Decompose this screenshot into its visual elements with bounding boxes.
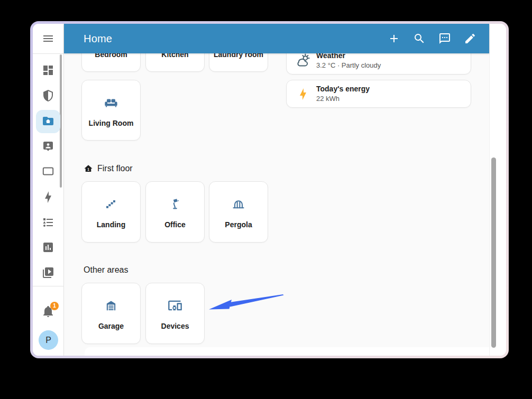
notification-badge: 1: [50, 302, 59, 310]
assist-chat-icon: [438, 32, 451, 45]
sidebar-item-energy[interactable]: [36, 186, 60, 209]
partly-cloudy-icon: [295, 53, 311, 69]
shield-security-icon: [42, 89, 54, 104]
weather-title: Weather: [316, 53, 381, 60]
sidebar-item-people[interactable]: [36, 135, 60, 159]
app-window: 1 P Home: [30, 21, 509, 358]
notifications-button[interactable]: 1: [36, 300, 60, 323]
stairs-icon: [103, 197, 120, 211]
tablet-devices-icon: [42, 165, 54, 179]
sidebar-item-media[interactable]: [36, 262, 60, 285]
hamburger-menu-icon[interactable]: [36, 27, 60, 50]
history-chart-icon: [42, 241, 54, 255]
sidebar-item-history[interactable]: [36, 236, 60, 259]
media-library-icon: [42, 266, 54, 281]
sidebar-item-devices[interactable]: [36, 160, 60, 183]
assist-button[interactable]: [438, 32, 451, 45]
view-dashboard-icon: [42, 64, 54, 78]
todo-list-icon: [42, 216, 54, 230]
home-floor-1-icon: 1: [84, 164, 93, 173]
lightning-bolt-icon: [295, 86, 311, 102]
devices-icon: [167, 298, 184, 313]
sidebar: 1 P: [33, 24, 64, 356]
page-title: Home: [84, 33, 388, 45]
search-icon: [413, 32, 426, 45]
section-heading-other-areas: Other areas: [84, 264, 128, 276]
sidebar-item-dashboards[interactable]: [36, 59, 60, 82]
main-area: Home: [64, 24, 506, 356]
energy-title: Today's energy: [316, 85, 370, 94]
sidebar-divider: [33, 53, 63, 54]
room-card-landing[interactable]: Landing: [81, 181, 141, 243]
sidebar-item-todo-lists[interactable]: [36, 211, 60, 235]
room-card-bedroom[interactable]: Bedroom: [81, 53, 141, 72]
sofa-icon: [103, 95, 120, 110]
bell-icon: 1: [42, 305, 54, 319]
weather-card[interactable]: Weather 3.2 °C · Partly cloudy: [286, 53, 471, 75]
sidebar-item-security[interactable]: [36, 85, 60, 108]
energy-card[interactable]: Today's energy 22 kWh: [286, 80, 471, 108]
room-card-garage[interactable]: Garage: [81, 283, 141, 344]
energy-value: 22 kWh: [316, 95, 370, 103]
pergola-dome-icon: [230, 197, 247, 211]
room-card-office[interactable]: Office: [145, 181, 205, 243]
garage-icon: [103, 298, 120, 313]
lightning-energy-icon: [42, 191, 54, 205]
app-header: Home: [64, 24, 489, 53]
person-badge-icon: [42, 140, 54, 154]
room-card-devices[interactable]: Devices: [145, 283, 205, 344]
main-scrollbar-thumb[interactable]: [491, 157, 496, 348]
annotation-arrow: [207, 291, 287, 313]
plus-icon: [388, 32, 400, 45]
section-heading-first-floor: 1 First floor: [84, 163, 133, 174]
edit-pencil-icon: [464, 32, 476, 45]
content-bottom-edge: [85, 347, 489, 356]
sidebar-item-areas[interactable]: [36, 110, 60, 133]
edit-dashboard-button[interactable]: [464, 32, 476, 45]
weather-status: 3.2 °C · Partly cloudy: [316, 61, 381, 70]
room-card-pergola[interactable]: Pergola: [209, 181, 268, 243]
sidebar-divider: [33, 286, 63, 286]
room-card-living-room[interactable]: Living Room: [81, 80, 141, 141]
main-scrollbar-track[interactable]: [489, 24, 506, 356]
room-card-kitchen[interactable]: Kitchen: [145, 53, 205, 72]
app-window-content: 1 P Home: [33, 24, 506, 356]
search-button[interactable]: [413, 32, 426, 45]
desktop-background: 1 P Home: [0, 0, 532, 399]
home-folder-areas-icon: [42, 115, 54, 129]
desk-lamp-icon: [167, 197, 184, 211]
add-button[interactable]: [388, 32, 400, 45]
svg-text:1: 1: [87, 168, 89, 171]
user-avatar[interactable]: P: [39, 330, 58, 350]
room-card-laundry-room[interactable]: Laundry room: [209, 53, 268, 72]
dashboard-scroll-area[interactable]: Bedroom Kitchen Laundry room: [64, 53, 489, 356]
